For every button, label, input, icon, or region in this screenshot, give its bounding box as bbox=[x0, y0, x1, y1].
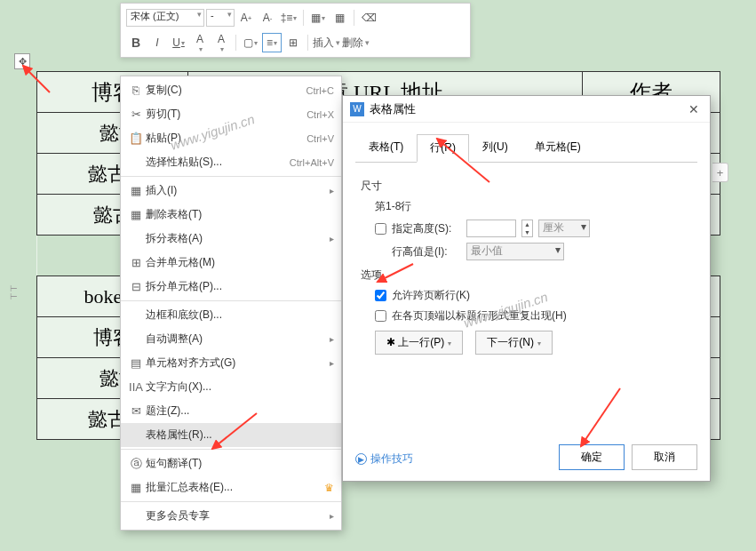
menu-table-properties[interactable]: 表格属性(R)... bbox=[121, 423, 341, 447]
spin-down-icon: ▼ bbox=[522, 228, 532, 236]
crown-icon: ♛ bbox=[324, 482, 334, 494]
insert-label[interactable]: 插入 bbox=[313, 33, 334, 52]
cut-icon: ✂ bbox=[126, 108, 146, 121]
menu-caption[interactable]: ✉题注(Z)... bbox=[121, 399, 341, 423]
cancel-button[interactable]: 取消 bbox=[632, 444, 697, 470]
tab-row[interactable]: 行(R) bbox=[417, 134, 469, 163]
row-height-is-label: 行高值是(I): bbox=[392, 244, 461, 260]
page-collapse-tab[interactable]: + bbox=[712, 163, 728, 182]
copy-icon: ⎘ bbox=[126, 84, 146, 97]
repeat-header-label: 在各页顶端以标题行形式重复出现(H) bbox=[392, 308, 567, 323]
dialog-icon: W bbox=[350, 102, 364, 116]
tab-column[interactable]: 列(U) bbox=[469, 133, 521, 162]
prev-row-button[interactable]: ✱ 上一行(P) bbox=[375, 331, 463, 355]
highlight-color-button[interactable]: A bbox=[190, 33, 210, 52]
merge-cells-icon: ⊞ bbox=[126, 256, 146, 269]
translate-icon: ⓐ bbox=[126, 456, 146, 472]
paste-icon: 📋 bbox=[126, 132, 146, 145]
font-color-button[interactable]: A bbox=[211, 33, 231, 52]
menu-paste-special[interactable]: 选择性粘贴(S)...Ctrl+Alt+V bbox=[121, 150, 341, 174]
floating-toolbar: 宋体 (正文) - A+ A- ‡≡ ▦ ▦ ⌫ B I U A A ▢ ≡ ⊞… bbox=[120, 3, 471, 58]
table-insert-icon[interactable]: ▦ bbox=[308, 8, 328, 28]
tips-link[interactable]: ▶操作技巧 bbox=[355, 451, 413, 467]
specify-height-label: 指定高度(S): bbox=[392, 221, 461, 236]
menu-translate[interactable]: ⓐ短句翻译(T) bbox=[121, 451, 341, 475]
insert-icon: ▦ bbox=[126, 184, 146, 197]
next-row-button[interactable]: 下一行(N) bbox=[475, 331, 553, 355]
font-family-select[interactable]: 宋体 (正文) bbox=[126, 9, 204, 27]
split-cells-icon: ⊟ bbox=[126, 280, 146, 293]
context-menu: ⎘复制(C)Ctrl+C ✂剪切(T)Ctrl+X 📋粘贴(P)Ctrl+V 选… bbox=[120, 76, 342, 531]
menu-split-cells[interactable]: ⊟拆分单元格(P)... bbox=[121, 275, 341, 299]
height-spinner[interactable]: ▲▼ bbox=[521, 220, 533, 237]
line-spacing-icon[interactable]: ‡≡ bbox=[279, 8, 298, 28]
specify-height-checkbox[interactable] bbox=[375, 223, 386, 235]
increase-font-icon[interactable]: A+ bbox=[236, 8, 256, 28]
unit-select[interactable]: 厘米 bbox=[538, 220, 590, 237]
menu-more-vip[interactable]: 更多会员专享▸ bbox=[121, 504, 341, 528]
ok-button[interactable]: 确定 bbox=[559, 444, 625, 470]
repeat-header-checkbox[interactable] bbox=[375, 310, 386, 322]
spin-up-icon: ▲ bbox=[522, 220, 532, 228]
batch-icon: ▦ bbox=[126, 481, 146, 494]
menu-split-table[interactable]: 拆分表格(A)▸ bbox=[121, 227, 341, 251]
table-move-handle[interactable]: ✥ bbox=[14, 53, 30, 69]
allow-break-label: 允许跨页断行(K) bbox=[392, 288, 470, 303]
delete-table-icon: ▦ bbox=[126, 208, 146, 221]
options-section-label: 选项 bbox=[361, 268, 692, 283]
menu-merge-cells[interactable]: ⊞合并单元格(M) bbox=[121, 251, 341, 275]
border-button[interactable]: ▢ bbox=[241, 33, 260, 52]
menu-borders[interactable]: 边框和底纹(B)... bbox=[121, 303, 341, 327]
table-properties-dialog: W 表格属性 ✕ 表格(T) 行(R) 列(U) 单元格(E) 尺寸 第1-8行… bbox=[342, 95, 711, 482]
row-range-label: 第1-8行 bbox=[375, 199, 692, 214]
eraser-icon[interactable]: ⌫ bbox=[359, 8, 378, 28]
dialog-title: 表格属性 bbox=[370, 101, 685, 117]
allow-break-checkbox[interactable] bbox=[375, 290, 386, 301]
size-section-label: 尺寸 bbox=[361, 179, 692, 194]
menu-delete-table[interactable]: ▦删除表格(T) bbox=[121, 203, 341, 227]
menu-copy[interactable]: ⎘复制(C)Ctrl+C bbox=[121, 78, 341, 102]
delete-label[interactable]: 删除 bbox=[342, 33, 363, 52]
table-insert2-icon[interactable]: ▦ bbox=[330, 8, 349, 28]
align-button[interactable]: ≡ bbox=[262, 33, 282, 52]
bold-button[interactable]: B bbox=[126, 33, 146, 52]
align-icon: ▤ bbox=[126, 356, 146, 370]
tip-icon: ▶ bbox=[355, 453, 367, 465]
menu-paste[interactable]: 📋粘贴(P)Ctrl+V bbox=[121, 126, 341, 150]
tab-table[interactable]: 表格(T) bbox=[355, 133, 417, 162]
menu-text-direction[interactable]: IIA文字方向(X)... bbox=[121, 375, 341, 399]
menu-auto-fit[interactable]: 自动调整(A)▸ bbox=[121, 327, 341, 351]
font-size-select[interactable]: - bbox=[206, 9, 235, 27]
tab-cell[interactable]: 单元格(E) bbox=[521, 133, 594, 162]
menu-batch-sum[interactable]: ▦批量汇总表格(E)...♛ bbox=[121, 475, 341, 499]
menu-cut[interactable]: ✂剪切(T)Ctrl+X bbox=[121, 102, 341, 126]
close-icon[interactable]: ✕ bbox=[685, 102, 703, 116]
merge-icon[interactable]: ⊞ bbox=[283, 33, 303, 52]
italic-button[interactable]: I bbox=[147, 33, 167, 52]
height-input[interactable] bbox=[466, 220, 516, 237]
decrease-font-icon[interactable]: A- bbox=[258, 8, 277, 28]
underline-button[interactable]: U bbox=[169, 33, 188, 52]
text-dir-icon: IIA bbox=[126, 380, 146, 394]
row-height-type-select[interactable]: 最小值 bbox=[466, 243, 564, 260]
caption-icon: ✉ bbox=[126, 404, 146, 418]
menu-cell-align[interactable]: ▤单元格对齐方式(G)▸ bbox=[121, 351, 341, 375]
menu-insert[interactable]: ▦插入(I)▸ bbox=[121, 179, 341, 203]
dialog-tabs: 表格(T) 行(R) 列(U) 单元格(E) bbox=[343, 123, 710, 162]
